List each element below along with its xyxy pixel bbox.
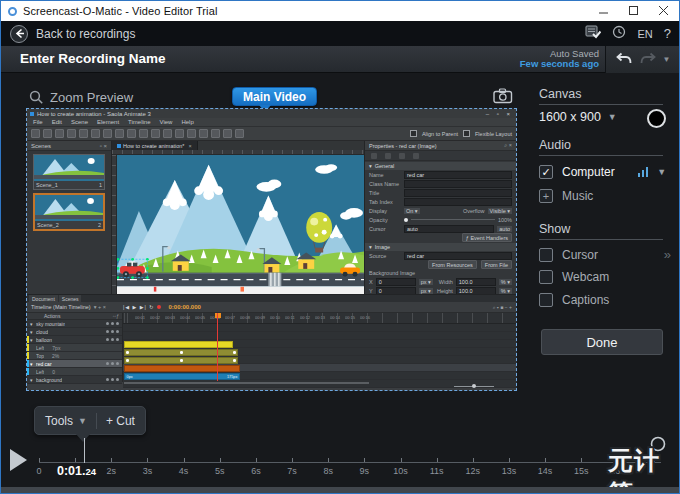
app-menu-edit[interactable]: Edit — [52, 119, 62, 125]
delete-icon[interactable] — [151, 129, 160, 138]
maximize-button[interactable] — [619, 1, 649, 21]
document-bottom-tab[interactable]: Document — [29, 295, 58, 302]
volume-bars-icon[interactable] — [638, 167, 649, 177]
redo-button[interactable] — [639, 51, 657, 69]
expand-chevron-icon[interactable]: » — [664, 247, 671, 262]
app-track-cloud[interactable]: ▾cloud — [27, 328, 122, 336]
scenes-bottom-tab[interactable]: Scenes — [59, 295, 82, 302]
app-track-red-car[interactable]: ▾red car — [27, 360, 122, 368]
timeline-zoom-icons[interactable]: ⌕ ▾ ■ − + — [493, 304, 512, 311]
source-field[interactable]: red car — [404, 252, 512, 260]
app-menu-view[interactable]: View — [160, 119, 173, 125]
back-label[interactable]: Back to recordings — [36, 27, 135, 41]
minimize-button[interactable] — [589, 1, 619, 21]
music-row[interactable]: + Music — [539, 189, 671, 203]
webcam-checkbox[interactable] — [539, 270, 553, 284]
captions-checkbox[interactable] — [539, 293, 553, 307]
close-button[interactable] — [649, 1, 679, 21]
track-bar-blue[interactable]: 0px175px — [124, 373, 240, 380]
timeline-ruler[interactable]: 02s3s4s5s6s7s8s9s10s11s12s13s14s15s16s — [39, 462, 661, 482]
computer-checkbox[interactable]: ✓ — [539, 165, 553, 179]
keyframe-dot[interactable] — [126, 359, 129, 362]
tools-dropdown[interactable]: Tools▼ — [45, 414, 87, 428]
field-class-name[interactable] — [404, 180, 512, 188]
track-bar-olive[interactable] — [124, 357, 238, 364]
audio-icon[interactable] — [223, 129, 232, 138]
app-track-Top[interactable]: Top2% — [27, 352, 122, 360]
align-to-parent-checkbox[interactable] — [410, 130, 417, 137]
document-tab[interactable]: How to create animation*× — [112, 141, 198, 150]
show-captions-row[interactable]: Captions — [539, 293, 671, 307]
app-menu-scene[interactable]: Scene — [71, 119, 88, 125]
zoom-preview-toggle[interactable]: Zoom Preview — [29, 90, 133, 105]
width-field[interactable]: 100.0 — [456, 278, 496, 286]
back-button[interactable] — [10, 25, 28, 43]
export-icon[interactable] — [79, 129, 88, 138]
scene-canvas[interactable] — [117, 155, 364, 294]
scenes-panel-close-icon[interactable]: ▫ × — [100, 143, 107, 149]
app-track-sky-mountain[interactable]: ▾sky mountain — [27, 320, 122, 328]
canvas-background-swatch[interactable] — [647, 109, 666, 128]
tab-close-icon[interactable]: × — [188, 143, 191, 149]
scene-thumb-Scene_1[interactable]: Scene_11 — [33, 154, 105, 190]
playback-controls[interactable]: |◀ ▶ ▶| ↻ — [123, 304, 155, 310]
undo-icon[interactable] — [91, 129, 100, 138]
show-cursor-row[interactable]: Cursor» — [539, 247, 671, 262]
save-icon[interactable] — [55, 129, 64, 138]
bg-y-field[interactable]: 0 — [376, 287, 416, 295]
new-icon[interactable] — [31, 129, 40, 138]
height-field[interactable]: 100.0 — [456, 287, 496, 295]
prop-tab-icon[interactable] — [399, 153, 405, 159]
language-selector[interactable]: EN — [637, 28, 652, 40]
shape-ellipse-icon[interactable] — [187, 129, 196, 138]
keyframe-dot[interactable] — [233, 351, 236, 354]
done-button[interactable]: Done — [541, 329, 663, 355]
prop-tab-icon[interactable] — [413, 153, 419, 159]
keyframe-dot[interactable] — [180, 359, 183, 362]
video-preview[interactable]: How to create animation - Saola Animate … — [26, 108, 517, 391]
field-name[interactable]: red car — [404, 171, 512, 179]
image-icon[interactable] — [211, 129, 220, 138]
track-bar-gray[interactable] — [124, 382, 369, 384]
keyframe-dot[interactable] — [233, 359, 236, 362]
scene-thumb-Scene_2[interactable]: Scene_22 — [33, 193, 105, 231]
app-menu-file[interactable]: File — [33, 119, 43, 125]
image-section-header[interactable]: ▾ Image — [365, 243, 516, 251]
tasks-icon[interactable] — [585, 25, 601, 43]
help-button[interactable]: ? — [664, 26, 671, 41]
cursor-field[interactable]: auto — [404, 225, 494, 233]
field-title[interactable] — [404, 189, 512, 197]
app-track-Left[interactable]: Left0 — [27, 368, 122, 376]
shape-rect-icon[interactable] — [163, 129, 172, 138]
track-bar-orange[interactable] — [124, 365, 240, 372]
undo-button[interactable] — [615, 51, 633, 69]
record-button[interactable] — [157, 305, 161, 309]
prop-tab-icon[interactable] — [385, 153, 391, 159]
app-timeline-ruler[interactable]: 00:0100:0200:0300:0400:0500:0600:0700:08… — [123, 313, 516, 324]
text-icon[interactable] — [199, 129, 208, 138]
open-icon[interactable] — [43, 129, 52, 138]
paste-icon[interactable] — [139, 129, 148, 138]
app-menu-help[interactable]: Help — [181, 119, 193, 125]
overflow-dropdown[interactable]: Visible ▾ — [488, 208, 512, 214]
flexible-layout-checkbox[interactable] — [463, 130, 470, 137]
prop-tab-icon[interactable] — [371, 153, 377, 159]
shape-rounded-icon[interactable] — [175, 129, 184, 138]
from-file-button[interactable]: From File — [481, 260, 512, 269]
import-icon[interactable] — [67, 129, 76, 138]
video-icon[interactable] — [235, 129, 244, 138]
add-music-button[interactable]: + — [539, 189, 553, 203]
keyframe-dot[interactable] — [126, 351, 129, 354]
app-track-balloon[interactable]: ▾balloon — [27, 336, 122, 344]
app-menu-element[interactable]: Element — [97, 119, 119, 125]
screenshot-camera-button[interactable] — [493, 88, 513, 108]
cut-icon[interactable] — [115, 129, 124, 138]
playhead[interactable] — [84, 438, 85, 463]
recording-name-input[interactable]: Enter Recording Name — [20, 51, 166, 66]
app-track-Left[interactable]: Left7px — [27, 344, 122, 352]
from-resources-button[interactable]: From Resources — [428, 260, 477, 269]
track-bar-olive[interactable] — [124, 349, 238, 356]
history-icon[interactable] — [612, 25, 626, 43]
event-handlers-button[interactable]: ƒ Event Handlers — [462, 233, 512, 242]
keyframe-dot[interactable] — [180, 351, 183, 354]
